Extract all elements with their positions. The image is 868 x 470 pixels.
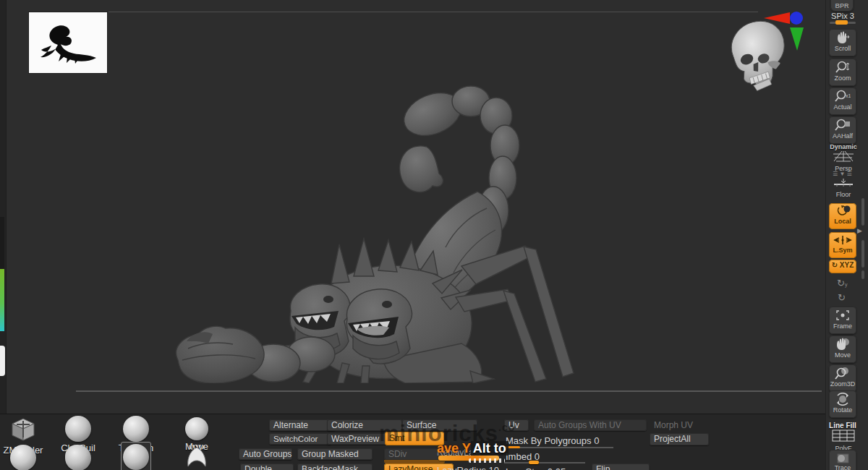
- scorpion-silhouette-icon: [29, 12, 107, 73]
- flip-button[interactable]: Flip: [592, 463, 650, 470]
- spix-slider[interactable]: SPix 3: [826, 12, 859, 20]
- auto-groups-with-uv-button[interactable]: Auto Groups With UV: [534, 419, 647, 431]
- svg-text:x1: x1: [846, 93, 851, 98]
- smt-toggle[interactable]: Smt: [385, 432, 444, 445]
- lazyradius-slider[interactable]: LazyRadius 10: [437, 465, 499, 470]
- actual-button[interactable]: x1 Actual: [829, 87, 856, 115]
- video-caption: ave YAlt to: [437, 441, 509, 456]
- zmodeler-cube-icon: [9, 417, 37, 442]
- trace-button[interactable]: Trace: [829, 450, 856, 470]
- magnifier-actual-icon: x1: [835, 90, 851, 103]
- line-fill-label: Line Fill: [826, 422, 859, 430]
- local-button[interactable]: Local: [829, 203, 856, 229]
- document-bottom-edge: [76, 390, 822, 392]
- polyframe-grid-icon: [832, 430, 855, 442]
- polish-brush-icon: [65, 445, 91, 470]
- move-button[interactable]: Move: [829, 336, 856, 363]
- switchcolor-button[interactable]: SwitchColor: [269, 433, 331, 445]
- lazystep-slider[interactable]: LazyStep 0.05: [506, 466, 566, 470]
- mini-divider-icons[interactable]: ☰ ▼ ☰: [833, 171, 852, 177]
- standard-brush-icon: [10, 445, 36, 470]
- hand-move-icon: [835, 338, 851, 351]
- persp-button[interactable]: Dynamic Persp: [829, 143, 858, 172]
- reference-image-thumbnail[interactable]: [29, 12, 107, 73]
- brush-polish[interactable]: [56, 445, 100, 470]
- auto-groups-button[interactable]: Auto Groups: [239, 448, 292, 460]
- rotate-mini-icon[interactable]: ↻: [838, 292, 846, 303]
- left-tray-white-tab[interactable]: [0, 346, 5, 376]
- brush-standard[interactable]: [1, 445, 45, 470]
- xyz-button[interactable]: ↻ XYZ: [829, 260, 856, 273]
- imbed-track[interactable]: [504, 462, 585, 463]
- polyf-button[interactable]: PolyF: [829, 430, 858, 452]
- colorize-toggle[interactable]: Colorize: [327, 419, 402, 431]
- damstandard-icon: [123, 444, 149, 470]
- lsym-button[interactable]: L.Sym: [829, 232, 856, 258]
- shelf-scroll-arrow-icon[interactable]: ▶: [857, 227, 862, 234]
- group-masked-button[interactable]: Group Masked: [297, 448, 373, 460]
- gizmo-x-axis-icon: [764, 12, 790, 24]
- shelf-scrollbar[interactable]: ▶: [861, 0, 866, 470]
- frame-brackets-icon: [835, 309, 851, 322]
- zoom3d-button[interactable]: Zoom3D: [829, 364, 856, 392]
- mask-by-polygroups-track[interactable]: [504, 447, 613, 448]
- mask-by-polygroups-slider[interactable]: Mask By Polygroups 0: [506, 435, 599, 446]
- rotate-button[interactable]: Rotate: [829, 390, 856, 418]
- claybuildup-icon: [65, 416, 91, 442]
- gizmo-y-axis-icon: [790, 27, 804, 51]
- symmetry-arrows-icon: [833, 234, 852, 246]
- scroll-button[interactable]: Scroll: [829, 29, 856, 56]
- perspective-grid-icon: [833, 150, 854, 162]
- brush-damstandard-selected[interactable]: DamSta: [114, 442, 158, 470]
- zoom-button[interactable]: Zoom: [829, 59, 856, 86]
- aahalf-button[interactable]: AAHalf: [829, 116, 856, 144]
- color-picker-edge[interactable]: [0, 269, 4, 331]
- gizmo-z-axis-icon: [790, 12, 803, 25]
- surface-toggle[interactable]: Surface: [402, 419, 477, 431]
- curvetube-icon: [184, 445, 210, 469]
- creature-model[interactable]: [166, 72, 600, 383]
- document-top-edge: [109, 12, 758, 12]
- trace-icon: [835, 452, 851, 463]
- imbed-handle[interactable]: [529, 461, 539, 464]
- rotate-y-mini-icon[interactable]: ↻y: [837, 278, 847, 289]
- magnifier-zoom-icon: [835, 61, 851, 74]
- bpr-button[interactable]: BPR: [830, 0, 854, 12]
- rotate-arrows-icon: [835, 393, 851, 406]
- hand-scroll-icon: [835, 31, 851, 44]
- left-tray-dark-strip: [0, 217, 4, 269]
- camera-orientation-gizmo[interactable]: [763, 10, 808, 52]
- backfacemask-button[interactable]: BackfaceMask: [297, 463, 373, 470]
- magnifier-half-icon: [835, 119, 851, 132]
- floor-button[interactable]: Floor: [829, 178, 858, 198]
- spix-handle[interactable]: [835, 20, 848, 25]
- floor-grid-icon: [833, 178, 854, 188]
- projectall-button[interactable]: ProjectAll: [650, 433, 709, 445]
- local-pivot-icon: [834, 205, 851, 217]
- uv-button[interactable]: Uv: [504, 419, 529, 431]
- right-shelf: BPR SPix 3 Scroll Zoom x1 Actual: [825, 0, 868, 470]
- move-brush-icon: [185, 417, 208, 440]
- alternate-toggle[interactable]: Alternate: [269, 419, 336, 431]
- zoom3d-icon: [835, 367, 851, 380]
- double-toggle[interactable]: Double: [240, 463, 294, 470]
- brush-curvetube[interactable]: CurveT: [175, 445, 218, 470]
- sdiv-slider[interactable]: SDiv: [384, 448, 445, 460]
- frame-button[interactable]: Frame: [829, 307, 856, 334]
- sculpt-viewport[interactable]: minioricks.co: [0, 0, 825, 414]
- trimdynamic-icon: [123, 416, 149, 442]
- caption-specks: [469, 458, 505, 463]
- morph-uv-button[interactable]: Morph UV: [650, 419, 716, 431]
- bottom-toolbar: ZModeler ClayBuil TrimDyn Move DamSta Cu…: [0, 414, 825, 470]
